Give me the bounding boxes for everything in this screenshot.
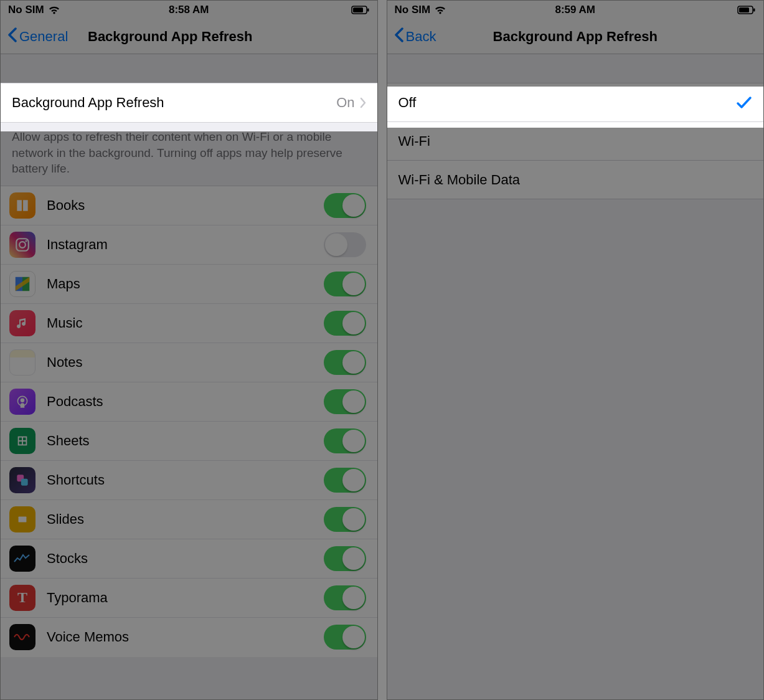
back-label: General	[19, 29, 68, 45]
svg-rect-2	[367, 9, 369, 12]
app-row: Maps	[1, 265, 377, 304]
music-icon	[9, 310, 35, 336]
battery-icon	[737, 6, 756, 14]
app-row: Stocks	[1, 539, 377, 579]
app-label: Instagram	[47, 237, 108, 253]
app-toggle[interactable]	[324, 546, 366, 571]
app-row: Instagram	[1, 225, 377, 265]
maps-icon	[9, 271, 35, 297]
section-footer: Allow apps to refresh their content when…	[1, 123, 377, 186]
app-toggle[interactable]	[324, 507, 366, 532]
app-toggle[interactable]	[324, 232, 366, 257]
app-row: TTyporama	[1, 579, 377, 618]
app-toggle[interactable]	[324, 350, 366, 375]
app-row: Notes	[1, 343, 377, 382]
chevron-left-icon	[7, 27, 17, 46]
app-label: Stocks	[47, 551, 88, 567]
svg-point-4	[19, 242, 26, 248]
books-icon	[9, 192, 35, 219]
app-list: BooksInstagramMapsMusicNotesPodcastsShee…	[1, 186, 377, 657]
slides-icon	[9, 506, 35, 532]
checkmark-icon	[736, 96, 752, 110]
svg-rect-10	[21, 479, 28, 486]
back-button[interactable]: Back	[394, 27, 436, 46]
status-bar: No SIM 8:58 AM	[1, 1, 377, 19]
phone-right: No SIM 8:59 AM Back Background App Refre…	[387, 0, 765, 700]
app-label: Books	[47, 197, 85, 214]
shortcuts-icon	[9, 467, 35, 493]
back-button[interactable]: General	[7, 27, 68, 46]
app-row: Books	[1, 186, 377, 225]
carrier-label: No SIM	[8, 4, 44, 16]
svg-rect-1	[353, 7, 363, 12]
app-label: Voice Memos	[47, 629, 129, 645]
cell-value: On	[336, 95, 354, 111]
page-title: Background App Refresh	[493, 29, 658, 45]
app-label: Maps	[47, 276, 80, 292]
status-bar: No SIM 8:59 AM	[387, 1, 764, 19]
svg-rect-14	[753, 9, 755, 12]
app-label: Podcasts	[47, 394, 103, 410]
notes-icon	[9, 349, 35, 376]
app-toggle[interactable]	[324, 468, 366, 493]
stocks-icon	[9, 546, 35, 572]
app-toggle[interactable]	[324, 585, 366, 610]
nav-bar: Back Background App Refresh	[387, 19, 764, 54]
app-label: Sheets	[47, 433, 90, 449]
app-toggle[interactable]	[324, 193, 366, 218]
back-label: Back	[406, 29, 436, 45]
option-row[interactable]: Off	[387, 83, 764, 122]
app-label: Music	[47, 315, 82, 331]
option-label: Wi-Fi	[399, 133, 430, 149]
chevron-right-icon	[360, 97, 366, 108]
option-list: OffWi-FiWi-Fi & Mobile Data	[387, 83, 764, 199]
app-label: Shortcuts	[47, 472, 105, 488]
app-row: Voice Memos	[1, 618, 377, 657]
typorama-icon: T	[9, 585, 35, 611]
section-spacer	[387, 54, 764, 83]
voicememos-icon	[9, 624, 35, 650]
wifi-icon	[434, 6, 446, 15]
app-toggle[interactable]	[324, 428, 366, 453]
clock: 8:58 AM	[169, 4, 209, 16]
svg-point-6	[21, 399, 25, 403]
section-spacer	[1, 54, 377, 83]
app-label: Notes	[47, 354, 82, 371]
option-label: Off	[399, 95, 417, 111]
option-label: Wi-Fi & Mobile Data	[399, 172, 521, 188]
clock: 8:59 AM	[555, 4, 595, 16]
svg-rect-13	[739, 7, 749, 12]
svg-rect-11	[19, 516, 27, 522]
app-toggle[interactable]	[324, 625, 366, 650]
app-label: Slides	[47, 511, 84, 527]
battery-icon	[351, 6, 370, 14]
wifi-icon	[48, 6, 60, 15]
option-row[interactable]: Wi-Fi & Mobile Data	[387, 161, 764, 199]
instagram-icon	[9, 232, 35, 258]
nav-bar: General Background App Refresh	[1, 19, 377, 54]
sheets-icon	[9, 428, 35, 454]
page-title: Background App Refresh	[88, 29, 252, 45]
cell-label: Background App Refresh	[12, 95, 164, 111]
app-row: Shortcuts	[1, 461, 377, 500]
app-row: Music	[1, 304, 377, 343]
option-row[interactable]: Wi-Fi	[387, 122, 764, 161]
chevron-left-icon	[394, 27, 403, 46]
app-row: Podcasts	[1, 382, 377, 422]
background-app-refresh-cell[interactable]: Background App Refresh On	[1, 83, 377, 123]
app-label: Typorama	[47, 590, 108, 606]
phone-left: No SIM 8:58 AM General Background App Re…	[0, 0, 378, 700]
app-row: Slides	[1, 500, 377, 539]
svg-point-5	[25, 240, 27, 242]
podcasts-icon	[9, 389, 35, 415]
carrier-label: No SIM	[395, 4, 431, 16]
app-row: Sheets	[1, 422, 377, 461]
app-toggle[interactable]	[324, 389, 366, 414]
app-toggle[interactable]	[324, 272, 366, 296]
app-toggle[interactable]	[324, 311, 366, 336]
